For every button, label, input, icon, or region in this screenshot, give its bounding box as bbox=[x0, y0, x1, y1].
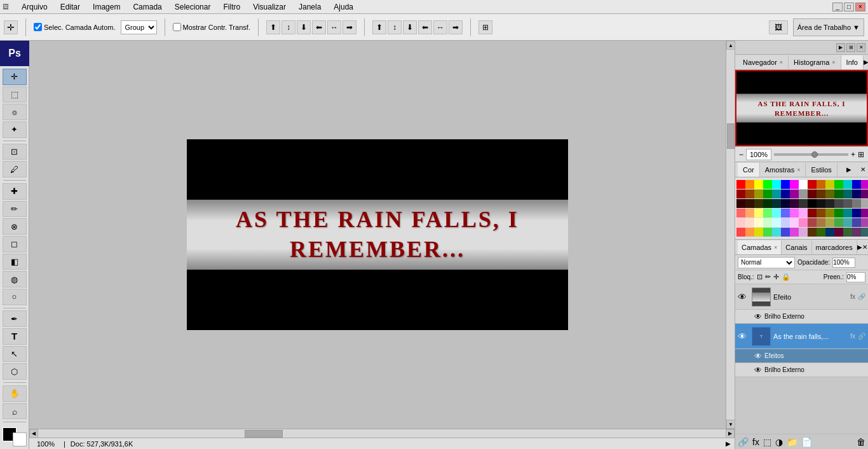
color-swatch[interactable] bbox=[825, 199, 834, 208]
spot-heal-tool[interactable]: ✚ bbox=[3, 183, 27, 200]
layer-new-icon[interactable]: 📄 bbox=[801, 437, 812, 447]
layer-effect-brilho-efeito[interactable]: 👁 Brilho Externo bbox=[735, 310, 868, 324]
color-swatch[interactable] bbox=[808, 199, 817, 208]
crop-tool[interactable]: ⊡ bbox=[3, 144, 27, 160]
close-navegador-tab[interactable]: × bbox=[780, 59, 783, 66]
color-swatch[interactable] bbox=[834, 218, 843, 227]
scroll-track-v[interactable] bbox=[726, 50, 735, 420]
color-swatch[interactable] bbox=[754, 209, 763, 218]
color-swatch[interactable] bbox=[861, 218, 868, 227]
layer-effect-brilho-rain[interactable]: 👁 Brilho Externo bbox=[735, 363, 868, 377]
color-swatch[interactable] bbox=[825, 218, 834, 227]
type-tool[interactable]: T bbox=[3, 328, 27, 345]
color-swatch[interactable] bbox=[808, 190, 817, 198]
color-swatch[interactable] bbox=[772, 209, 781, 218]
lasso-tool[interactable]: ⌾ bbox=[3, 104, 27, 120]
zoom-input[interactable] bbox=[746, 149, 771, 160]
color-close-btn[interactable]: ✕ bbox=[860, 166, 865, 173]
tab-canais[interactable]: Canais bbox=[782, 240, 811, 254]
auto-align-icon[interactable]: ⊞ bbox=[478, 20, 492, 34]
color-swatch[interactable] bbox=[763, 218, 772, 227]
tab-histograma[interactable]: Histograma × bbox=[789, 55, 841, 69]
dodge-tool[interactable]: ○ bbox=[3, 289, 27, 305]
zoom-tool[interactable]: ⌕ bbox=[3, 403, 27, 420]
opacity-input[interactable] bbox=[832, 258, 855, 268]
color-swatch[interactable] bbox=[781, 190, 790, 198]
color-swatch[interactable] bbox=[799, 209, 808, 218]
dist-left-icon[interactable]: ⬅ bbox=[418, 20, 432, 34]
color-swatch[interactable] bbox=[781, 199, 790, 208]
color-swatch[interactable] bbox=[852, 190, 861, 198]
color-swatch[interactable] bbox=[817, 218, 825, 227]
tab-cor[interactable]: Cor bbox=[738, 163, 760, 177]
color-swatch[interactable] bbox=[799, 180, 808, 189]
eyedropper-tool[interactable]: 🖊 bbox=[3, 161, 27, 177]
color-swatch[interactable] bbox=[852, 199, 861, 208]
color-swatch[interactable] bbox=[834, 199, 843, 208]
navigator-menu-btn[interactable]: ▶ bbox=[864, 59, 868, 66]
color-swatch[interactable] bbox=[852, 228, 861, 237]
color-swatch[interactable] bbox=[745, 180, 754, 189]
color-swatch[interactable] bbox=[817, 228, 825, 237]
color-swatch[interactable] bbox=[763, 228, 772, 237]
color-swatch[interactable] bbox=[825, 228, 834, 237]
color-swatch[interactable] bbox=[799, 199, 808, 208]
menu-camada[interactable]: Camada bbox=[130, 1, 164, 13]
color-swatch[interactable] bbox=[825, 190, 834, 198]
color-swatch[interactable] bbox=[790, 190, 799, 198]
tab-amostras[interactable]: Amostras × bbox=[760, 163, 806, 177]
color-swatch[interactable] bbox=[790, 199, 799, 208]
color-swatch[interactable] bbox=[817, 209, 825, 218]
color-swatch[interactable] bbox=[772, 218, 781, 227]
show-transform-checkbox[interactable]: Mostrar Contr. Transf. bbox=[173, 23, 250, 31]
color-swatch[interactable] bbox=[852, 180, 861, 189]
workspace-button[interactable]: Área de Trabalho ▼ bbox=[793, 18, 864, 36]
color-swatch[interactable] bbox=[790, 209, 799, 218]
tab-marcadores[interactable]: marcadores bbox=[812, 240, 857, 254]
color-swatch[interactable] bbox=[861, 180, 868, 189]
scroll-thumb-h[interactable] bbox=[245, 430, 283, 438]
lock-all-icon[interactable]: 🔒 bbox=[782, 273, 790, 281]
align-h-center-icon[interactable]: ↔ bbox=[327, 20, 341, 34]
shape-tool[interactable]: ⬡ bbox=[3, 363, 27, 380]
color-swatch[interactable] bbox=[843, 190, 852, 198]
effect-eye-rain-brilho[interactable]: 👁 bbox=[754, 366, 762, 375]
layer-link-rain[interactable]: 🔗 bbox=[858, 333, 865, 340]
dist-v-center-icon[interactable]: ↕ bbox=[388, 20, 402, 34]
lock-move-icon[interactable]: ✛ bbox=[773, 273, 779, 281]
effect-eye-efeito[interactable]: 👁 bbox=[754, 312, 762, 321]
layers-close-btn[interactable]: ✕ bbox=[862, 244, 867, 251]
navigator-preview[interactable]: AS THE RAIN FALLS, I REMEMBER... bbox=[735, 70, 868, 146]
move-tool-option[interactable]: ✛ bbox=[4, 20, 18, 34]
menu-imagem[interactable]: Imagem bbox=[90, 1, 123, 13]
layers-menu-btn[interactable]: ▶ bbox=[857, 244, 862, 251]
color-swatch[interactable] bbox=[843, 199, 852, 208]
clone-tool[interactable]: ⊗ bbox=[3, 218, 27, 235]
effect-eye-rain-header[interactable]: 👁 bbox=[754, 352, 762, 361]
gradient-tool[interactable]: ◧ bbox=[3, 254, 27, 270]
layer-vis-efeito[interactable]: 👁 bbox=[738, 292, 749, 302]
menu-arquivo[interactable]: Arquivo bbox=[19, 1, 50, 13]
color-swatch[interactable] bbox=[763, 199, 772, 208]
menu-filtro[interactable]: Filtro bbox=[220, 1, 243, 13]
scroll-right-arrow[interactable]: ▶ bbox=[726, 429, 735, 438]
color-swatch[interactable] bbox=[790, 228, 799, 237]
color-swatch[interactable] bbox=[861, 228, 868, 237]
auto-select-checkbox[interactable]: Selec. Camada Autom. bbox=[34, 23, 116, 31]
color-swatch[interactable] bbox=[861, 190, 868, 198]
layer-group-icon[interactable]: 📁 bbox=[787, 437, 797, 447]
color-swatch[interactable] bbox=[763, 190, 772, 198]
color-swatch[interactable] bbox=[781, 218, 790, 227]
brush-tool[interactable]: ✏ bbox=[3, 201, 27, 218]
align-right-icon[interactable]: ➡ bbox=[342, 20, 356, 34]
color-swatch[interactable] bbox=[843, 218, 852, 227]
color-swatch[interactable] bbox=[817, 199, 825, 208]
panel-btn-2[interactable]: ⊞ bbox=[846, 43, 855, 52]
color-swatch[interactable] bbox=[852, 209, 861, 218]
color-swatch[interactable] bbox=[736, 218, 745, 227]
layer-fx-icon[interactable]: fx bbox=[752, 437, 759, 447]
color-swatch[interactable] bbox=[808, 218, 817, 227]
color-swatch[interactable] bbox=[781, 180, 790, 189]
menu-selecionar[interactable]: Selecionar bbox=[172, 1, 214, 13]
color-swatch[interactable] bbox=[763, 180, 772, 189]
